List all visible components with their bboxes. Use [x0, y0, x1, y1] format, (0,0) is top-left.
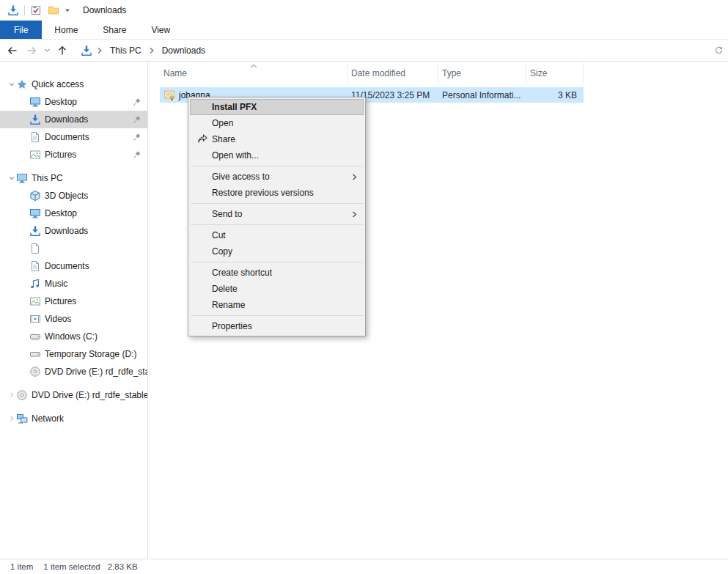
drive-icon [29, 331, 41, 342]
quick-access-star-icon [16, 78, 28, 90]
menu-separator [191, 203, 363, 204]
menu-item-properties[interactable]: Properties [190, 318, 364, 334]
properties-check-icon[interactable] [27, 1, 45, 19]
menu-separator [191, 315, 363, 316]
context-menu: Install PFX Open Share Open with... Give… [188, 97, 366, 336]
chevron-down-icon[interactable] [7, 81, 16, 87]
qat-dropdown-icon[interactable] [62, 1, 73, 19]
pin-icon [133, 133, 141, 141]
pin-icon [133, 150, 141, 159]
chevron-down-icon[interactable] [7, 175, 16, 181]
breadcrumb-chevron-icon[interactable] [97, 47, 103, 54]
sidebar-item-network[interactable]: Network [0, 410, 147, 427]
navigation-bar: This PC Downloads [0, 40, 728, 62]
menu-item-create-shortcut[interactable]: Create shortcut [190, 265, 364, 281]
breadcrumb-this-pc[interactable]: This PC [107, 45, 144, 56]
sidebar-item-downloads-pc[interactable]: Downloads [0, 222, 147, 240]
up-button[interactable] [53, 41, 72, 60]
refresh-icon[interactable] [714, 45, 724, 55]
videos-icon [29, 313, 41, 325]
menu-separator [191, 262, 363, 262]
downloads-icon [29, 114, 41, 125]
sidebar-item-dvd-drive-root[interactable]: DVD Drive (E:) rd_rdfe_stable.1 [0, 386, 147, 404]
tab-file[interactable]: File [0, 21, 42, 39]
dvd-drive-icon [16, 389, 28, 401]
breadcrumb-downloads[interactable]: Downloads [159, 45, 208, 56]
tab-home[interactable]: Home [42, 21, 90, 39]
new-folder-icon[interactable] [45, 1, 62, 19]
sidebar-item-desktop[interactable]: Desktop [0, 93, 147, 111]
menu-item-open-with[interactable]: Open with... [190, 147, 364, 163]
menu-item-rename[interactable]: Rename [190, 297, 364, 313]
sidebar-item-desktop-pc[interactable]: Desktop [0, 205, 147, 222]
ribbon-tabs: File Home Share View [0, 21, 728, 40]
column-header-type[interactable]: Type [438, 62, 526, 84]
pictures-icon [29, 295, 41, 307]
menu-item-cut[interactable]: Cut [190, 227, 364, 243]
dvd-drive-icon [29, 366, 41, 378]
menu-item-delete[interactable]: Delete [190, 281, 364, 297]
menu-item-share[interactable]: Share [190, 131, 364, 147]
selection-count: 1 item selected [43, 562, 100, 571]
breadcrumb-chevron-icon[interactable] [149, 47, 155, 54]
sidebar-item-blank-document[interactable] [0, 240, 147, 257]
document-icon [29, 243, 41, 254]
sidebar-section-label: Quick access [32, 79, 84, 89]
titlebar-separator [24, 5, 25, 15]
menu-item-copy[interactable]: Copy [190, 243, 364, 260]
column-header-size[interactable]: Size [526, 62, 584, 84]
explorer-window-icon[interactable] [4, 1, 22, 19]
sidebar-item-dvd-drive-e[interactable]: DVD Drive (E:) rd_rdfe_stable [0, 363, 147, 380]
sidebar-item-pictures[interactable]: Pictures [0, 146, 147, 163]
sidebar-item-3d-objects[interactable]: 3D Objects [0, 187, 147, 205]
submenu-chevron-icon [352, 174, 357, 180]
file-type-cell: Personal Informati... [438, 90, 526, 100]
menu-separator [191, 166, 363, 166]
sidebar-item-pictures-pc[interactable]: Pictures [0, 292, 147, 310]
titlebar: Downloads [0, 0, 728, 21]
file-size-cell: 3 KB [526, 90, 584, 100]
tab-view[interactable]: View [139, 21, 183, 39]
sidebar-item-windows-c[interactable]: Windows (C:) [0, 328, 147, 345]
menu-item-open[interactable]: Open [190, 115, 364, 131]
certificate-file-icon [163, 89, 175, 101]
menu-item-send-to[interactable]: Send to [190, 206, 364, 222]
chevron-right-icon[interactable] [7, 416, 16, 422]
address-downloads-icon[interactable] [81, 45, 92, 56]
pin-icon [133, 115, 141, 124]
sidebar-item-music[interactable]: Music [0, 275, 147, 292]
desktop-icon [29, 96, 41, 108]
this-pc-icon [16, 172, 28, 184]
network-icon [16, 413, 28, 424]
column-header-date-modified[interactable]: Date modified [348, 62, 438, 84]
selection-size: 2.83 KB [108, 562, 138, 571]
sidebar-item-documents[interactable]: Documents [0, 128, 147, 146]
pin-icon [133, 97, 141, 106]
recent-locations-dropdown-icon[interactable] [41, 41, 53, 60]
pictures-icon [29, 149, 41, 161]
menu-item-install-pfx[interactable]: Install PFX [190, 99, 364, 115]
item-count: 1 item [10, 562, 33, 571]
window-title: Downloads [83, 5, 126, 15]
menu-item-give-access-to[interactable]: Give access to [190, 169, 364, 185]
downloads-icon [29, 225, 41, 237]
column-header-name[interactable]: Name [160, 62, 348, 84]
3d-objects-icon [29, 190, 41, 202]
tab-share[interactable]: Share [90, 21, 139, 39]
sidebar-item-downloads[interactable]: Downloads [0, 111, 147, 128]
sidebar-section-quick-access[interactable]: Quick access [0, 76, 147, 93]
sidebar-item-videos[interactable]: Videos [0, 310, 147, 328]
sort-ascending-icon [250, 64, 257, 68]
status-bar: 1 item 1 item selected 2.83 KB [0, 559, 728, 574]
menu-item-restore-previous-versions[interactable]: Restore previous versions [190, 185, 364, 201]
navigation-pane: Quick access Desktop Downloads Doc [0, 62, 148, 559]
sidebar-item-documents-pc[interactable]: Documents [0, 257, 147, 275]
share-icon [196, 133, 208, 145]
back-button[interactable] [3, 41, 22, 60]
chevron-right-icon[interactable] [7, 392, 16, 398]
sidebar-section-this-pc[interactable]: This PC [0, 169, 147, 187]
menu-separator [191, 224, 363, 225]
sidebar-item-temporary-storage-d[interactable]: Temporary Storage (D:) [0, 345, 147, 363]
forward-button[interactable] [22, 41, 41, 60]
music-icon [29, 278, 41, 290]
